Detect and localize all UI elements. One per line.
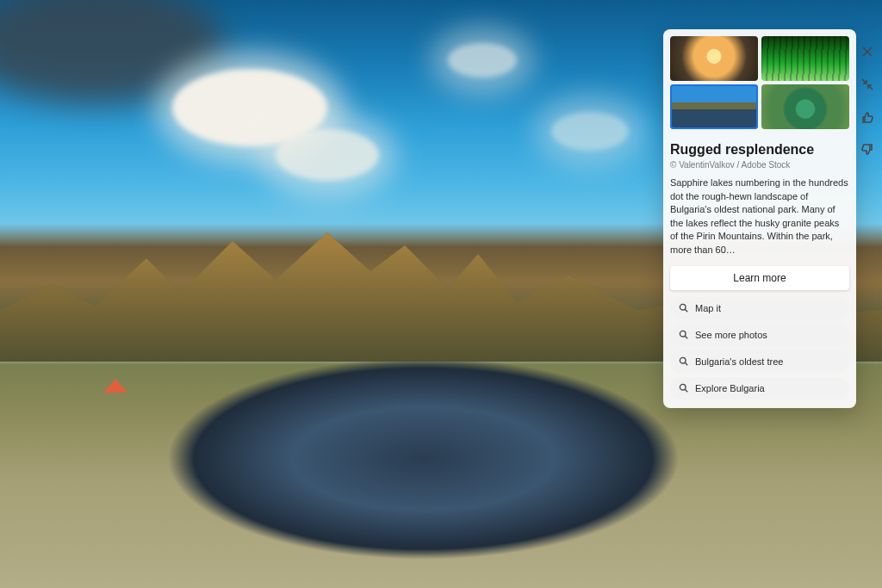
like-button[interactable] <box>859 108 876 126</box>
search-label: See more photos <box>695 330 767 340</box>
search-icon <box>679 303 688 313</box>
learn-more-button[interactable]: Learn more <box>670 266 849 290</box>
tent-icon <box>103 379 127 393</box>
card-credit: © ValentinValkov / Adobe Stock <box>670 160 849 170</box>
search-oldest-tree[interactable]: Bulgaria's oldest tree <box>670 350 849 373</box>
card-title: Rugged resplendence <box>670 141 849 158</box>
cloud <box>276 129 379 181</box>
card-side-actions <box>858 29 877 158</box>
search-map-it[interactable]: Map it <box>670 297 849 319</box>
cloud <box>448 43 517 77</box>
svg-point-1 <box>680 331 686 337</box>
search-explore-bulgaria[interactable]: Explore Bulgaria <box>670 377 849 399</box>
search-label: Map it <box>695 303 721 313</box>
svg-point-3 <box>680 385 686 391</box>
thumbnail-aerial[interactable] <box>761 84 849 129</box>
close-button[interactable] <box>859 43 876 60</box>
cloud <box>551 112 629 151</box>
svg-point-0 <box>680 305 686 311</box>
related-searches: Map it See more photos Bulgaria's oldest… <box>670 297 849 399</box>
svg-point-2 <box>680 358 686 364</box>
thumbnail-grid <box>670 36 849 129</box>
dislike-button[interactable] <box>859 141 876 158</box>
thumbnail-lake[interactable] <box>670 84 758 129</box>
card-description: Sapphire lakes numbering in the hundreds… <box>670 176 849 257</box>
thumbnail-bamboo[interactable] <box>761 36 849 81</box>
search-icon <box>679 383 688 393</box>
thumbnail-sunset[interactable] <box>670 36 758 81</box>
search-label: Explore Bulgaria <box>695 383 765 393</box>
search-label: Bulgaria's oldest tree <box>695 356 783 367</box>
search-more-photos[interactable]: See more photos <box>670 324 849 346</box>
spotlight-info-card: Rugged resplendence © ValentinValkov / A… <box>663 29 856 408</box>
minimize-button[interactable] <box>859 76 876 93</box>
search-icon <box>679 330 688 339</box>
search-icon <box>679 356 688 366</box>
